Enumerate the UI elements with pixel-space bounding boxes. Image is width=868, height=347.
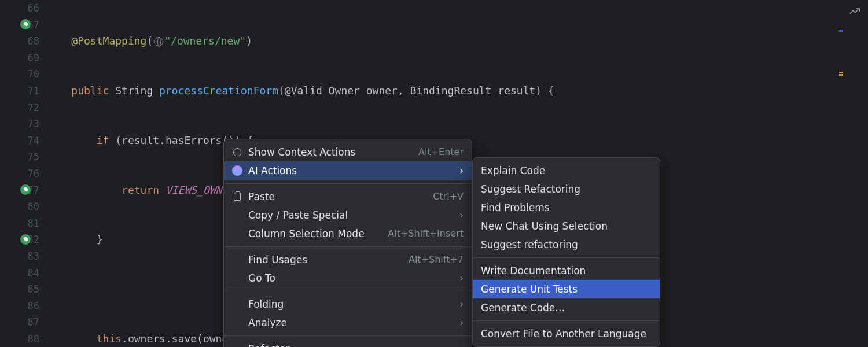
vcs-gutter-icon[interactable] xyxy=(20,184,31,195)
menu-item-suggest-refactoring[interactable]: Suggest Refactoring xyxy=(473,180,660,198)
menu-item-convert-file-language[interactable]: Convert File to Another Language xyxy=(473,324,660,343)
menu-item-go-to[interactable]: Go To › xyxy=(224,269,472,287)
line-number: 70 xyxy=(0,66,39,83)
line-number: 83 xyxy=(0,248,39,265)
menu-item-find-problems[interactable]: Find Problems xyxy=(473,198,660,217)
bulb-icon xyxy=(232,147,242,157)
line-number-gutter: 66 67 68 69 70 71 72 73 74 75 76 77 80 8… xyxy=(0,0,46,347)
line-number: 80 xyxy=(0,198,39,215)
menu-item-folding[interactable]: Folding › xyxy=(224,295,472,313)
chevron-right-icon: › xyxy=(459,298,464,310)
line-number: 67 xyxy=(0,17,39,34)
line-number: 72 xyxy=(0,99,39,116)
annotation: @PostMapping xyxy=(71,35,146,47)
ai-icon xyxy=(232,165,242,176)
line-number: 85 xyxy=(0,281,39,298)
menu-item-show-context-actions[interactable]: Show Context Actions Alt+Enter xyxy=(224,143,472,161)
minimap-marker[interactable] xyxy=(839,30,843,32)
menu-item-analyze[interactable]: Analyze › xyxy=(224,313,472,332)
menu-separator xyxy=(224,291,472,291)
line-number: 75 xyxy=(0,149,39,165)
line-number: 86 xyxy=(0,298,39,315)
line-number: 69 xyxy=(0,50,39,67)
ai-actions-submenu[interactable]: Explain Code Suggest Refactoring Find Pr… xyxy=(472,157,660,347)
menu-separator xyxy=(473,257,660,258)
line-number: 88 xyxy=(0,331,39,347)
menu-item-generate-unit-tests[interactable]: Generate Unit Tests xyxy=(473,280,660,298)
line-number: 76 xyxy=(0,165,39,182)
line-number: 87 xyxy=(0,314,39,331)
clipboard-icon xyxy=(232,191,242,202)
menu-item-ai-actions[interactable]: AI Actions › xyxy=(224,161,472,180)
line-number: 82 xyxy=(0,231,39,248)
minimap-marker[interactable] xyxy=(839,72,843,73)
vcs-gutter-icon[interactable] xyxy=(20,234,31,245)
chevron-right-icon: › xyxy=(459,272,464,284)
line-number: 66 xyxy=(0,0,39,17)
menu-item-generate-code[interactable]: Generate Code… xyxy=(473,298,660,317)
menu-item-paste[interactable]: Paste Ctrl+V xyxy=(224,187,472,206)
vcs-gutter-icon[interactable] xyxy=(20,19,31,29)
editor-right-rail xyxy=(839,0,868,347)
menu-item-refactor[interactable]: Refactor xyxy=(224,339,472,347)
editor-context-menu[interactable]: Show Context Actions Alt+Enter AI Action… xyxy=(223,139,472,347)
line-number: 71 xyxy=(0,83,39,99)
line-number: 84 xyxy=(0,265,39,282)
globe-icon xyxy=(154,37,163,46)
line-number: 74 xyxy=(0,132,39,149)
chevron-right-icon: › xyxy=(459,165,464,176)
menu-separator xyxy=(224,335,472,336)
menu-item-new-chat-selection[interactable]: New Chat Using Selection xyxy=(473,217,660,235)
menu-separator xyxy=(224,183,472,184)
menu-separator xyxy=(224,246,472,247)
menu-item-copy-paste-special[interactable]: Copy / Paste Special › xyxy=(224,206,472,224)
menu-separator xyxy=(473,320,660,321)
chevron-right-icon: › xyxy=(459,209,464,221)
trending-icon[interactable] xyxy=(848,5,861,20)
line-number: 81 xyxy=(0,215,39,232)
menu-item-explain-code[interactable]: Explain Code xyxy=(473,161,660,180)
line-number: 68 xyxy=(0,33,39,50)
chevron-right-icon: › xyxy=(459,317,464,328)
line-number: 73 xyxy=(0,116,39,132)
minimap-marker[interactable] xyxy=(839,74,843,76)
menu-item-write-documentation[interactable]: Write Documentation xyxy=(473,261,660,280)
menu-item-suggest-refactoring-2[interactable]: Suggest refactoring xyxy=(473,235,660,254)
line-number: 77 xyxy=(0,182,39,199)
menu-item-find-usages[interactable]: Find Usages Alt+Shift+7 xyxy=(224,250,472,269)
menu-item-column-selection-mode[interactable]: Column Selection Mode Alt+Shift+Insert xyxy=(224,224,472,243)
